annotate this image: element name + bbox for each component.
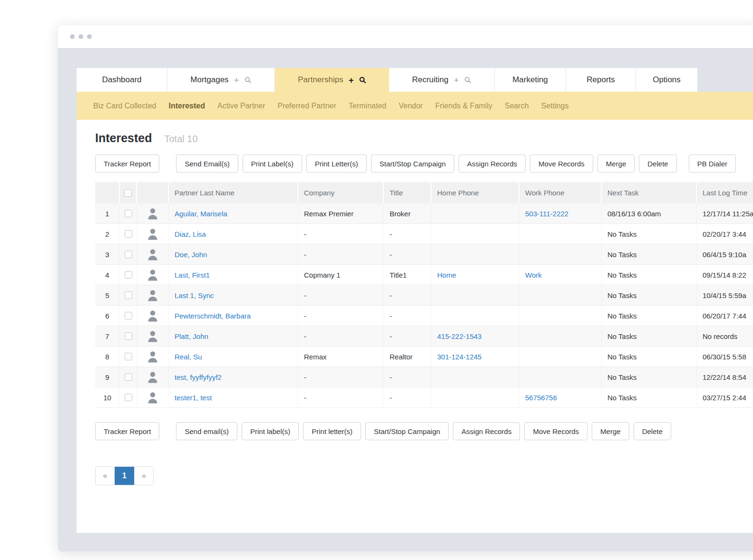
header-company[interactable]: Company xyxy=(298,182,384,203)
row-checkbox[interactable] xyxy=(125,332,132,340)
pagination-page-1[interactable]: 1 xyxy=(115,467,134,485)
subnav-item-active-partner[interactable]: Active Partner xyxy=(211,102,271,110)
row-checkbox-cell xyxy=(120,285,137,305)
row-checkbox[interactable] xyxy=(125,373,132,381)
subnav-item-preferred-partner[interactable]: Preferred Partner xyxy=(271,102,342,110)
tab-label: Recruiting xyxy=(412,75,449,85)
print-labels-button[interactable]: Print Label(s) xyxy=(243,154,302,173)
tracker-report-button[interactable]: Tracker Report xyxy=(95,422,159,440)
company-cell: - xyxy=(298,244,384,264)
partner-name-link[interactable]: Doe, John xyxy=(175,251,207,259)
title-cell: Broker xyxy=(384,203,431,223)
work-phone-link[interactable]: 503-111-2222 xyxy=(525,210,568,218)
tab-mortgages[interactable]: Mortgages + xyxy=(167,68,275,92)
row-checkbox[interactable] xyxy=(125,210,132,217)
send-emails-button[interactable]: Send Email(s) xyxy=(176,154,238,173)
merge-button[interactable]: Merge xyxy=(592,422,629,440)
partner-name-link[interactable]: Real, Su xyxy=(175,353,202,361)
print-labels-button[interactable]: Print label(s) xyxy=(242,422,299,440)
window-body: Dashboard Mortgages + Partnerships + Rec… xyxy=(58,48,753,551)
partner-name-link[interactable]: Diaz, Lisa xyxy=(175,230,206,238)
tracker-report-button[interactable]: Tracker Report xyxy=(95,154,159,173)
start-stop-campaign-button[interactable]: Start/Stop Campaign xyxy=(371,154,454,173)
partner-name-link[interactable]: tester1, test xyxy=(175,394,212,402)
tab-recruiting[interactable]: Recruiting + xyxy=(389,68,495,92)
header-title[interactable]: Title xyxy=(384,182,431,203)
tab-marketing[interactable]: Marketing xyxy=(495,68,566,92)
pb-dialer-button[interactable]: PB Dialer xyxy=(689,154,736,173)
tab-dashboard[interactable]: Dashboard xyxy=(77,68,167,92)
merge-button[interactable]: Merge xyxy=(597,154,635,173)
title-cell: - xyxy=(384,244,431,264)
header-home-phone[interactable]: Home Phone xyxy=(431,182,519,203)
add-icon[interactable]: + xyxy=(349,76,354,85)
delete-button[interactable]: Delete xyxy=(634,422,671,440)
partners-table: Partner Last Name Company Title Home Pho… xyxy=(95,182,753,408)
start-stop-campaign-button[interactable]: Start/Stop Campaign xyxy=(365,422,449,440)
row-checkbox[interactable] xyxy=(125,353,132,360)
person-avatar-icon[interactable] xyxy=(147,207,158,220)
work-phone-link[interactable]: Work xyxy=(525,271,542,279)
subnav-item-friends-family[interactable]: Friends & Family xyxy=(429,102,499,110)
subnav-item-biz-card-collected[interactable]: Biz Card Collected xyxy=(87,102,163,110)
person-avatar-icon[interactable] xyxy=(147,371,158,383)
pagination-prev-button[interactable]: « xyxy=(96,467,115,485)
title-cell: - xyxy=(384,285,431,305)
subnav-item-search[interactable]: Search xyxy=(499,102,535,110)
home-phone-link[interactable]: 301-124-1245 xyxy=(437,353,481,361)
partner-name-link[interactable]: Last 1, Sync xyxy=(175,291,214,299)
search-icon[interactable] xyxy=(244,77,252,84)
row-checkbox[interactable] xyxy=(125,230,132,238)
header-last-log-time[interactable]: Last Log Time xyxy=(697,182,753,203)
home-phone-link[interactable]: Home xyxy=(437,271,456,279)
print-letters-button[interactable]: Print letter(s) xyxy=(303,422,361,440)
row-checkbox[interactable] xyxy=(125,394,132,401)
tab-reports[interactable]: Reports xyxy=(566,68,636,92)
assign-records-button[interactable]: Assign Records xyxy=(453,422,520,440)
row-checkbox[interactable] xyxy=(125,291,132,299)
work-phone-link[interactable]: 56756756 xyxy=(525,394,557,402)
person-avatar-icon[interactable] xyxy=(147,309,158,322)
tab-partnerships[interactable]: Partnerships + xyxy=(275,68,389,92)
home-phone-link[interactable]: 415-222-1543 xyxy=(437,332,481,340)
tab-options[interactable]: Options xyxy=(636,68,698,92)
person-avatar-icon[interactable] xyxy=(147,391,158,404)
subnav-item-interested[interactable]: Interested xyxy=(163,102,211,110)
subnav-item-settings[interactable]: Settings xyxy=(535,102,575,110)
header-work-phone[interactable]: Work Phone xyxy=(519,182,602,203)
partner-name-link[interactable]: Platt, John xyxy=(175,332,208,340)
header-next-task[interactable]: Next Task xyxy=(602,182,697,203)
person-avatar-icon[interactable] xyxy=(147,269,158,281)
add-icon[interactable]: + xyxy=(234,76,239,85)
subnav-item-vendor[interactable]: Vendor xyxy=(392,102,429,110)
search-icon[interactable] xyxy=(464,77,471,84)
table-row: 5 Last 1, Sync - - No Tasks 10/4/15 5:59… xyxy=(95,285,753,306)
search-icon[interactable] xyxy=(359,77,366,84)
app-window: Dashboard Mortgages + Partnerships + Rec… xyxy=(58,25,753,551)
row-checkbox[interactable] xyxy=(125,312,132,319)
header-partner-last-name[interactable]: Partner Last Name xyxy=(169,182,298,203)
person-avatar-icon[interactable] xyxy=(147,248,158,261)
row-checkbox[interactable] xyxy=(125,251,132,258)
partner-name-link[interactable]: test, fyyffyfyyf2 xyxy=(175,373,222,381)
partner-name-link[interactable]: Last, First1 xyxy=(175,271,210,279)
send-emails-button[interactable]: Send email(s) xyxy=(176,422,237,440)
move-records-button[interactable]: Move Records xyxy=(530,154,593,173)
person-avatar-icon[interactable] xyxy=(147,228,158,240)
move-records-button[interactable]: Move Records xyxy=(524,422,587,440)
print-letters-button[interactable]: Print Letter(s) xyxy=(306,154,367,173)
subnav-item-terminated[interactable]: Terminated xyxy=(342,102,392,110)
person-avatar-icon[interactable] xyxy=(147,289,158,301)
pagination-next-button[interactable]: » xyxy=(134,467,153,485)
person-avatar-icon[interactable] xyxy=(147,350,158,363)
assign-records-button[interactable]: Assign Records xyxy=(459,154,526,173)
person-avatar-icon[interactable] xyxy=(147,330,158,342)
tab-label: Reports xyxy=(587,75,615,85)
window-dot-icon xyxy=(70,34,75,39)
partner-name-link[interactable]: Pewterschmidt, Barbara xyxy=(175,312,251,320)
delete-button[interactable]: Delete xyxy=(639,154,676,173)
select-all-checkbox[interactable] xyxy=(124,189,132,197)
partner-name-link[interactable]: Aguilar, Marisela xyxy=(175,210,227,218)
row-checkbox[interactable] xyxy=(125,271,132,279)
add-icon[interactable]: + xyxy=(454,76,459,85)
